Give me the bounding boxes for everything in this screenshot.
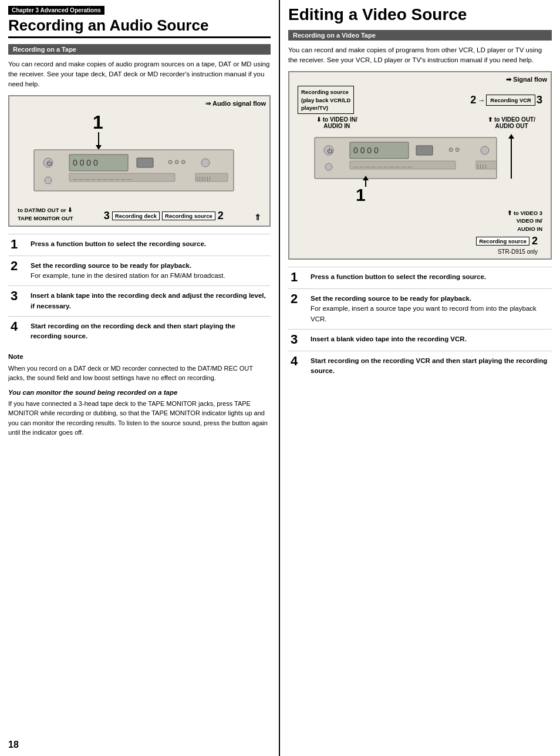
right-steps-list: 1 Press a function button to select the … [288,267,552,381]
note-subtitle-body: If you have connected a 3-head tape deck… [8,399,271,438]
svg-marker-2 [96,145,102,150]
left-steps-list: 1 Press a function button to select the … [8,234,271,347]
recording-source-label: Recording source [162,211,215,220]
rec-source-bottom-row: Recording source 2 [293,235,547,247]
svg-text:⊙ ⊙: ⊙ ⊙ [448,146,460,153]
svg-text:— — — — — — — — — —: — — — — — — — — — — [73,176,131,182]
note-section: Note When you record on a DAT deck or MD… [8,352,271,438]
left-section-title: Recording an Audio Source [8,17,271,38]
right-step-text-4: Start recording on the recording VCR and… [311,356,549,377]
step-text-2: Set the recording source to be ready for… [31,261,225,281]
receiver-diagram-svg: 1 0 0 0 0 ⏻ ⊙ ⊙ ⊙ — — — [22,110,257,204]
str-label: STR-D915 only [293,248,547,255]
right-step-2: 2 Set the recording source to be ready f… [288,288,552,329]
svg-text:— — — — — — — — — —: — — — — — — — — — — [353,164,412,169]
note-subtitle: You can monitor the sound being recorded… [8,388,271,398]
step-num-3: 3 [11,290,27,303]
dat-label: to DAT/MD OUT or ⬇TAPE MONITOR OUT [18,206,73,222]
step-num-4: 4 [11,320,27,333]
page: Chapter 3 Advanced Operations Recording … [0,0,560,756]
right-step-num-4: 4 [291,355,307,368]
right-subsection-bar: Recording on a Video Tape [288,30,552,41]
rec-source-bottom-label: Recording source [476,237,529,246]
video3-label: ⬆ to VIDEO 3VIDEO IN/AUDIO IN [507,209,542,233]
svg-text:⏻: ⏻ [327,148,333,154]
note-title: Note [8,352,271,362]
svg-text:⊙ ⊙ ⊙: ⊙ ⊙ ⊙ [168,159,185,165]
video-in-label: ⬇ to VIDEO IN/AUDIO IN [316,116,357,129]
right-step-num-2: 2 [291,293,307,305]
svg-text:0 0 0 0: 0 0 0 0 [73,158,98,167]
right-column: Editing a Video Source Recording on a Vi… [280,0,560,756]
left-step-4: 4 Start recording on the recording deck … [8,316,271,347]
svg-text:0 0 0 0: 0 0 0 0 [353,146,379,155]
right-diagram: ➡ Signal flow Recording source(play back… [288,71,552,260]
left-intro-text: You can record and make copies of audio … [8,59,271,90]
page-number: 18 [8,740,19,750]
left-step-2: 2 Set the recording source to be ready f… [8,256,271,286]
left-subsection-bar: Recording on a Tape [8,44,271,55]
right-step-4: 4 Start recording on the recording VCR a… [288,351,552,381]
arrows-row: ⬇ to VIDEO IN/AUDIO IN ⬆ to VIDEO OUT/AU… [293,116,547,132]
right-step-text-3: Insert a blank video tape into the recor… [311,334,467,344]
svg-rect-3 [34,150,234,191]
svg-rect-19 [416,146,433,155]
svg-text:1: 1 [356,185,366,204]
right-step-text-1: Press a function button to select the re… [311,272,486,282]
right-step-num-1: 1 [291,271,307,284]
video-out-label: ⬆ to VIDEO OUT/AUDIO OUT [488,116,535,129]
right-step-num-3: 3 [291,333,307,346]
step-num-2: 2 [11,260,27,273]
left-column: Chapter 3 Advanced Operations Recording … [0,0,280,756]
audio-signal-flow-label: ⇒ Audio signal flow [13,100,266,107]
svg-rect-6 [137,158,153,167]
signal-flow-label: ➡ Signal flow [293,76,547,83]
rec-source-box: Recording source(play back VCR/LDplayer/… [298,86,354,114]
bottom-labels-row: 3 Recording deck Recording source 2 [104,210,224,222]
left-diagram: ⇒ Audio signal flow 1 0 0 0 0 ⏻ [8,95,271,227]
svg-point-22 [325,163,332,170]
diagram-step3: 3 [537,94,542,106]
right-step-text-2: Set the recording source to be ready for… [311,294,549,324]
svg-text:| | | |: | | | | [477,163,486,169]
diagram-step2: 2 [470,94,476,106]
left-step-1: 1 Press a function button to select the … [8,234,271,256]
svg-text:1: 1 [93,112,103,133]
left-step-3: 3 Insert a blank tape into the recording… [8,285,271,316]
svg-text:⏻: ⏻ [46,160,52,166]
rec-vcr-box: Recording VCR [486,95,535,106]
svg-point-24 [481,146,489,154]
svg-marker-30 [508,134,514,139]
step-text-1: Press a function button to select the re… [31,239,206,249]
step-num-1: 1 [11,238,27,251]
bottom-right-labels: ⬆ to VIDEO 3VIDEO IN/AUDIO IN [293,209,547,233]
svg-text:| | | | | |: | | | | | | [197,176,211,181]
right-step-3: 3 Insert a blank video tape into the rec… [288,329,552,351]
step-text-4: Start recording on the recording deck an… [31,321,268,342]
svg-point-10 [201,159,210,167]
chapter-badge: Chapter 3 Advanced Operations [8,6,104,15]
right-intro-text: You can record and make copies of progra… [288,45,552,66]
recording-deck-label: Recording deck [112,211,160,220]
step-text-3: Insert a blank tape into the recording d… [31,291,268,311]
right-receiver-svg: 0 0 0 0 ⏻ ⊙ ⊙ — — — — — — — — — — | | | … [303,132,538,208]
right-section-title: Editing a Video Source [288,6,552,24]
svg-point-13 [45,177,52,184]
right-step-1: 1 Press a function button to select the … [288,267,552,288]
note-body: When you record on a DAT deck or MD reco… [8,364,271,383]
diagram-step2-bottom: 2 [532,235,538,247]
up-arrow-right: ⇑ [254,213,261,222]
